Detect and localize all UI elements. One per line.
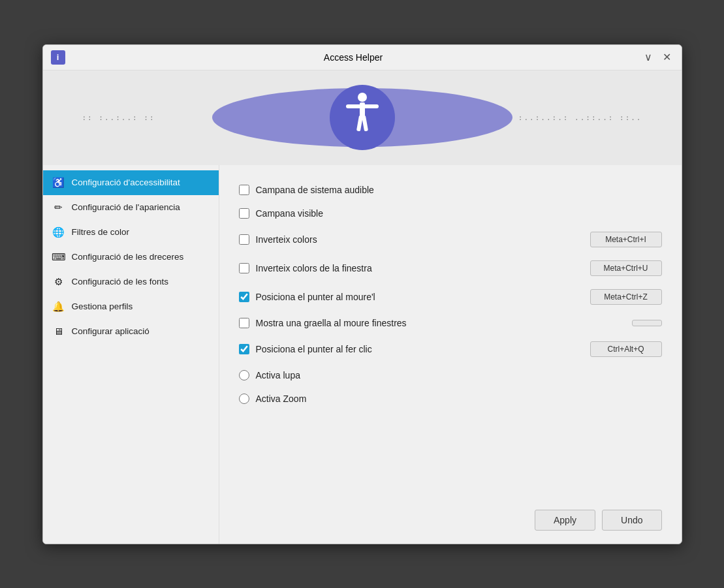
option-row-activa-lupa: Activa lupa — [239, 364, 662, 387]
sidebar-item-app-config-label: Configurar aplicació — [72, 326, 150, 336]
inverteix-colors-shortcut[interactable]: Meta+Ctrl+I — [590, 232, 662, 247]
option-left-posiciona-clic: Posiciona el punter al fer clic — [239, 344, 372, 354]
titlebar-center: Access Helper — [65, 52, 642, 63]
posiciona-clic-checkbox[interactable] — [239, 344, 249, 354]
sidebar-item-app-config[interactable]: 🖥 Configurar aplicació — [43, 319, 219, 344]
campana-visible-checkbox[interactable] — [239, 208, 249, 219]
option-left-graella-finestres: Mostra una graella al moure finestres — [239, 318, 407, 328]
option-row-graella-finestres: Mostra una graella al moure finestres — [239, 311, 662, 335]
option-left-activa-lupa: Activa lupa — [239, 370, 300, 380]
window-title: Access Helper — [324, 52, 383, 63]
activa-lupa-label: Activa lupa — [256, 370, 300, 380]
undo-button[interactable]: Undo — [602, 510, 661, 531]
sidebar-item-appearance[interactable]: ✏ Configuració de l'apariencia — [43, 195, 219, 220]
sidebar-item-profiles[interactable]: 🔔 Gestiona perfils — [43, 294, 219, 319]
minimize-button[interactable]: ∨ — [642, 51, 655, 64]
option-left-posiciona-moure: Posiciona el punter al moure'l — [239, 292, 375, 302]
activa-zoom-radio[interactable] — [239, 394, 249, 404]
braille-left: :: :..:..: :: — [82, 114, 155, 122]
option-row-posiciona-moure: Posiciona el punter al moure'l Meta+Ctrl… — [239, 283, 662, 311]
posiciona-clic-label: Posiciona el punter al fer clic — [256, 344, 372, 354]
banner-icon-circle — [330, 85, 395, 150]
option-row-inverteix-colors: Inverteix colors Meta+Ctrl+I — [239, 225, 662, 254]
apply-button[interactable]: Apply — [535, 510, 595, 531]
campana-sistema-label: Campana de sistema audible — [256, 185, 374, 195]
sidebar: ♿ Configuració d'accessibilitat ✏ Config… — [43, 165, 219, 544]
svg-rect-4 — [361, 116, 368, 132]
accessibility-icon: ♿ — [52, 176, 65, 189]
option-row-activa-zoom: Activa Zoom — [239, 387, 662, 410]
sidebar-item-profiles-label: Gestiona perfils — [72, 302, 133, 311]
posiciona-moure-label: Posiciona el punter al moure'l — [256, 292, 375, 302]
option-left-inverteix-colors: Inverteix colors — [239, 234, 317, 245]
color-filters-icon: 🌐 — [52, 226, 65, 239]
option-row-posiciona-clic: Posiciona el punter al fer clic Ctrl+Alt… — [239, 335, 662, 364]
titlebar: i Access Helper ∨ ✕ — [43, 45, 682, 70]
campana-sistema-checkbox[interactable] — [239, 185, 249, 195]
app-config-icon: 🖥 — [52, 325, 65, 338]
option-left-inverteix-finestra: Inverteix colors de la finestra — [239, 263, 372, 273]
sidebar-item-color-filters[interactable]: 🌐 Filtres de color — [43, 220, 219, 245]
svg-rect-2 — [346, 104, 379, 108]
titlebar-left: i — [51, 50, 65, 65]
fonts-icon: ⚙ — [52, 275, 65, 288]
option-row-campana-visible: Campana visible — [239, 202, 662, 225]
posiciona-moure-checkbox[interactable] — [239, 292, 249, 302]
profiles-icon: 🔔 — [52, 300, 65, 313]
sidebar-item-accessibility[interactable]: ♿ Configuració d'accessibilitat — [43, 170, 219, 195]
inverteix-finestra-checkbox[interactable] — [239, 263, 249, 273]
appearance-icon: ✏ — [52, 201, 65, 214]
sidebar-item-color-filters-label: Filtres de color — [72, 227, 130, 237]
posiciona-moure-shortcut[interactable]: Meta+Ctrl+Z — [590, 289, 662, 305]
banner: :: :..:..: :: :..:..:.: ..::..: ::.. — [43, 70, 682, 165]
posiciona-clic-shortcut[interactable]: Ctrl+Alt+Q — [590, 341, 662, 357]
main-window: i Access Helper ∨ ✕ :: :..:..: :: — [42, 44, 682, 544]
sidebar-item-shortcuts-label: Configuració de les dreceres — [72, 252, 184, 262]
app-icon: i — [51, 50, 65, 65]
sidebar-item-shortcuts[interactable]: ⌨ Configuració de les dreceres — [43, 245, 219, 270]
sidebar-item-fonts-label: Configuració de les fonts — [72, 277, 169, 286]
footer-buttons: Apply Undo — [219, 499, 682, 544]
inverteix-colors-label: Inverteix colors — [256, 234, 317, 245]
option-left-activa-zoom: Activa Zoom — [239, 394, 307, 404]
main-panel: Campana de sistema audible Campana visib… — [219, 165, 682, 499]
content-area: ♿ Configuració d'accessibilitat ✏ Config… — [43, 165, 682, 544]
svg-point-0 — [358, 93, 367, 102]
inverteix-colors-checkbox[interactable] — [239, 234, 249, 245]
campana-visible-label: Campana visible — [256, 208, 324, 219]
accessibility-person-icon — [343, 91, 381, 144]
option-left-campana-sistema: Campana de sistema audible — [239, 185, 374, 195]
option-row-inverteix-finestra: Inverteix colors de la finestra Meta+Ctr… — [239, 254, 662, 283]
activa-zoom-label: Activa Zoom — [256, 394, 307, 404]
option-left-campana-visible: Campana visible — [239, 208, 324, 219]
sidebar-item-appearance-label: Configuració de l'apariencia — [72, 202, 180, 212]
braille-right: :..:..:.: ..::..: ::.. — [518, 114, 642, 122]
graella-finestres-shortcut[interactable] — [632, 320, 662, 326]
inverteix-finestra-label: Inverteix colors de la finestra — [256, 263, 372, 273]
close-button[interactable]: ✕ — [660, 51, 674, 64]
graella-finestres-checkbox[interactable] — [239, 318, 249, 328]
titlebar-controls: ∨ ✕ — [642, 51, 674, 64]
graella-finestres-label: Mostra una graella al moure finestres — [256, 318, 407, 328]
inverteix-finestra-shortcut[interactable]: Meta+Ctrl+U — [590, 260, 662, 276]
sidebar-item-accessibility-label: Configuració d'accessibilitat — [72, 178, 180, 187]
activa-lupa-radio[interactable] — [239, 370, 249, 380]
sidebar-item-fonts[interactable]: ⚙ Configuració de les fonts — [43, 270, 219, 294]
option-row-campana-sistema: Campana de sistema audible — [239, 178, 662, 202]
shortcuts-icon: ⌨ — [52, 251, 65, 264]
